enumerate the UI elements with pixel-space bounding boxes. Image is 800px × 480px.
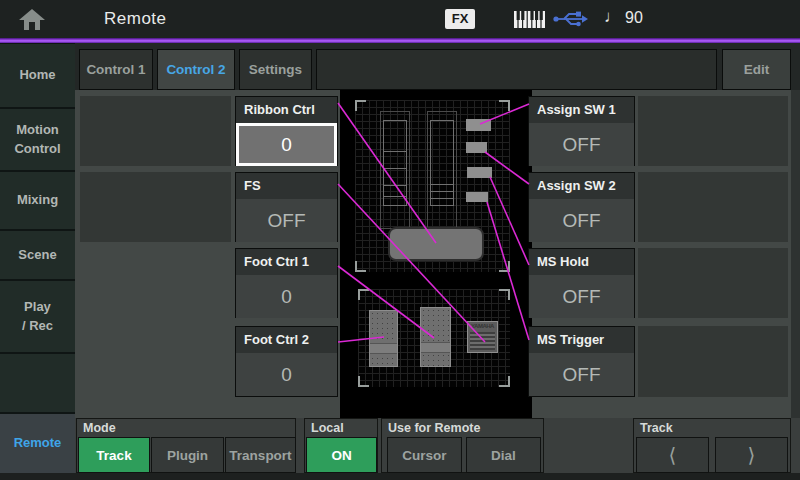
yamaha-logo: YAMAHA bbox=[468, 322, 497, 331]
corner-bracket bbox=[358, 376, 369, 387]
header-bar: Remote FX ♩ 90 bbox=[0, 0, 800, 38]
track-group-label: Track bbox=[640, 421, 673, 435]
param-ms-hold: MS Hold OFF bbox=[528, 248, 635, 318]
page-title: Remote bbox=[104, 9, 167, 29]
blank-panel bbox=[80, 172, 231, 242]
tab-control-1[interactable]: Control 1 bbox=[79, 49, 153, 90]
tab-spacer bbox=[316, 49, 717, 90]
mod-wheel bbox=[430, 120, 454, 206]
param-value-assign-sw-1[interactable]: OFF bbox=[529, 123, 634, 166]
param-fs: FS OFF bbox=[235, 172, 338, 242]
track-group: Track ⟨ ⟩ bbox=[633, 418, 791, 473]
corner-bracket bbox=[499, 261, 510, 272]
param-foot-ctrl-1: Foot Ctrl 1 0 bbox=[235, 248, 338, 318]
blank-panel bbox=[638, 248, 788, 318]
mode-group: Mode Track Plugin Transport bbox=[76, 418, 296, 473]
param-value-foot-ctrl-1[interactable]: 0 bbox=[236, 275, 337, 318]
blank-panel bbox=[638, 96, 788, 166]
param-label: Foot Ctrl 2 bbox=[236, 327, 337, 353]
tempo-note-icon: ♩ bbox=[604, 7, 621, 27]
param-label: FS bbox=[236, 173, 337, 199]
param-value-ms-trigger[interactable]: OFF bbox=[529, 353, 634, 396]
remote-cursor-button[interactable]: Cursor bbox=[387, 437, 462, 473]
use-for-remote-group: Use for Remote Cursor Dial bbox=[381, 418, 544, 473]
assign-sw1-button-image bbox=[466, 119, 491, 131]
mode-transport-button[interactable]: Transport bbox=[225, 437, 296, 473]
edit-button[interactable]: Edit bbox=[722, 49, 791, 90]
assign-sw2-button-image bbox=[466, 142, 487, 153]
local-group: Local ON bbox=[304, 418, 378, 473]
param-value-foot-ctrl-2[interactable]: 0 bbox=[236, 353, 337, 396]
blank-panel bbox=[638, 172, 788, 242]
sidebar-item-home[interactable]: Home bbox=[0, 44, 75, 107]
param-label: Assign SW 2 bbox=[529, 173, 634, 199]
blank-panel bbox=[80, 96, 231, 166]
remote-screen: Remote FX ♩ 90 bbox=[0, 0, 800, 480]
home-icon[interactable] bbox=[19, 9, 45, 30]
tab-control-2[interactable]: Control 2 bbox=[157, 49, 235, 90]
usb-icon bbox=[552, 10, 588, 28]
sidebar-item-motion-control[interactable]: Motion Control bbox=[0, 109, 75, 170]
keyboard-controls-image bbox=[355, 100, 510, 272]
chevron-left-icon: ⟨ bbox=[669, 443, 677, 467]
sidebar-item-scene[interactable]: Scene bbox=[0, 231, 75, 279]
ms-trigger-button-image bbox=[466, 192, 488, 202]
sidebar-item-blank bbox=[0, 354, 75, 412]
mode-group-label: Mode bbox=[83, 421, 116, 435]
param-value-ms-hold[interactable]: OFF bbox=[529, 275, 634, 318]
tempo-value[interactable]: 90 bbox=[625, 9, 643, 27]
tab-settings[interactable]: Settings bbox=[239, 49, 312, 90]
controller-diagram: YAMAHA bbox=[340, 90, 532, 418]
foot-switch-image: YAMAHA bbox=[467, 321, 498, 353]
corner-bracket bbox=[499, 100, 510, 111]
foot-controller-1-pedal-image bbox=[420, 307, 451, 367]
param-assign-sw-2: Assign SW 2 OFF bbox=[528, 172, 635, 242]
param-value-assign-sw-2[interactable]: OFF bbox=[529, 199, 634, 242]
track-next-button[interactable]: ⟩ bbox=[715, 437, 788, 473]
param-label: Ribbon Ctrl bbox=[236, 97, 337, 123]
param-ribbon-ctrl: Ribbon Ctrl 0 bbox=[235, 96, 338, 166]
mode-track-button[interactable]: Track bbox=[78, 437, 150, 473]
param-label: Assign SW 1 bbox=[529, 97, 634, 123]
corner-bracket bbox=[499, 289, 510, 300]
param-value-ribbon-ctrl[interactable]: 0 bbox=[236, 123, 337, 166]
fx-status-badge: FX bbox=[445, 9, 475, 29]
foot-controller-2-pedal-image bbox=[369, 310, 398, 367]
bottom-edge-strip bbox=[0, 473, 800, 480]
param-label: MS Hold bbox=[529, 249, 634, 275]
remote-dial-button[interactable]: Dial bbox=[466, 437, 541, 473]
param-foot-ctrl-2: Foot Ctrl 2 0 bbox=[235, 326, 338, 397]
track-prev-button[interactable]: ⟨ bbox=[636, 437, 709, 473]
param-label: Foot Ctrl 1 bbox=[236, 249, 337, 275]
local-group-label: Local bbox=[311, 421, 344, 435]
corner-bracket bbox=[355, 100, 366, 111]
chevron-right-icon: ⟩ bbox=[748, 443, 756, 467]
corner-bracket bbox=[499, 376, 510, 387]
local-on-button[interactable]: ON bbox=[306, 437, 377, 473]
pedal-controls-image: YAMAHA bbox=[358, 289, 510, 387]
corner-bracket bbox=[355, 261, 366, 272]
ms-hold-button-image bbox=[467, 167, 492, 178]
main-right-edge bbox=[791, 90, 800, 418]
param-ms-trigger: MS Trigger OFF bbox=[528, 326, 635, 397]
param-label: MS Trigger bbox=[529, 327, 634, 353]
corner-bracket bbox=[358, 289, 369, 300]
param-assign-sw-1: Assign SW 1 OFF bbox=[528, 96, 635, 166]
sidebar-item-mixing[interactable]: Mixing bbox=[0, 172, 75, 229]
ribbon-controller-image bbox=[388, 227, 484, 261]
pitch-bend-wheel bbox=[383, 120, 407, 206]
sidebar-item-play-rec[interactable]: Play / Rec bbox=[0, 281, 75, 352]
blank-panel bbox=[638, 326, 788, 397]
mode-plugin-button[interactable]: Plugin bbox=[151, 437, 224, 473]
param-value-fs[interactable]: OFF bbox=[236, 199, 337, 242]
use-for-remote-label: Use for Remote bbox=[388, 421, 480, 435]
sidebar-item-remote[interactable]: Remote bbox=[0, 414, 75, 473]
midi-keyboard-icon bbox=[514, 11, 546, 28]
